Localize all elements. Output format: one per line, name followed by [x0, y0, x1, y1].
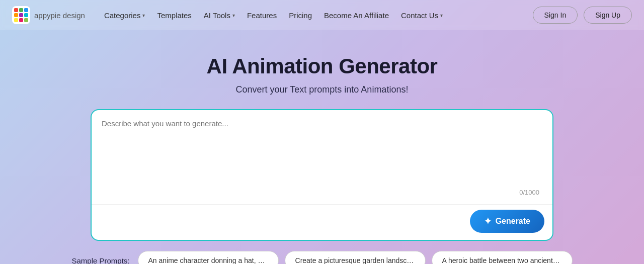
svg-rect-3	[24, 8, 28, 12]
svg-rect-8	[19, 18, 23, 22]
nav-label-templates: Templates	[157, 11, 191, 20]
sample-prompt-1[interactable]: An anime character donning a hat, wieldi…	[138, 251, 279, 264]
svg-rect-1	[14, 8, 18, 12]
nav-label-pricing: Pricing	[289, 11, 312, 20]
nav-label-categories: Categories	[104, 11, 141, 20]
nav-links: Categories ▾ Templates AI Tools ▾ Featur…	[99, 8, 448, 23]
svg-rect-5	[19, 13, 23, 17]
textarea-area: 0/1000	[92, 110, 552, 204]
navbar: appypie design Categories ▾ Templates AI…	[0, 0, 644, 30]
sparkle-icon: ✦	[484, 216, 492, 227]
chevron-down-icon: ▾	[142, 13, 145, 18]
logo-icon	[12, 6, 30, 24]
nav-right: Sign In Sign Up	[533, 7, 632, 24]
generate-label: Generate	[496, 217, 530, 226]
nav-item-features[interactable]: Features	[242, 8, 282, 23]
main-content: AI Animation Generator Convert your Text…	[0, 30, 644, 264]
nav-left: appypie design Categories ▾ Templates AI…	[12, 6, 448, 24]
chevron-down-icon-3: ▾	[440, 13, 443, 18]
card-footer: ✦ Generate	[92, 204, 552, 240]
nav-label-contact: Contact Us	[401, 11, 438, 20]
page-subtitle: Convert your Text prompts into Animation…	[236, 84, 409, 95]
signup-button[interactable]: Sign Up	[584, 7, 632, 24]
sample-prompt-2[interactable]: Create a picturesque garden landscape, w…	[285, 251, 426, 264]
generator-card: 0/1000 ✦ Generate	[91, 109, 553, 241]
sample-prompts-label: Sample Prompts:	[71, 256, 129, 265]
sample-prompt-3[interactable]: A heroic battle between two ancient knig…	[432, 251, 573, 264]
sample-prompts-section: Sample Prompts: An anime character donni…	[71, 251, 572, 264]
generate-button[interactable]: ✦ Generate	[470, 210, 544, 233]
nav-item-aitools[interactable]: AI Tools ▾	[199, 8, 240, 23]
nav-label-features: Features	[247, 11, 277, 20]
svg-rect-4	[14, 13, 18, 17]
nav-item-pricing[interactable]: Pricing	[284, 8, 317, 23]
nav-label-affiliate: Become An Affiliate	[324, 11, 389, 20]
logo-text: appypie design	[34, 11, 85, 20]
svg-rect-6	[24, 13, 28, 17]
page-title: AI Animation Generator	[207, 54, 438, 78]
svg-rect-7	[14, 18, 18, 22]
signin-button[interactable]: Sign In	[533, 7, 578, 24]
nav-label-aitools: AI Tools	[204, 11, 230, 20]
nav-item-affiliate[interactable]: Become An Affiliate	[319, 8, 394, 23]
char-count: 0/1000	[102, 187, 542, 200]
nav-item-contact[interactable]: Contact Us ▾	[396, 8, 448, 23]
nav-item-templates[interactable]: Templates	[152, 8, 196, 23]
logo[interactable]: appypie design	[12, 6, 85, 24]
prompt-input[interactable]	[102, 119, 542, 185]
nav-item-categories[interactable]: Categories ▾	[99, 8, 150, 23]
svg-rect-9	[24, 18, 28, 22]
prompt-pills: An anime character donning a hat, wieldi…	[138, 251, 573, 264]
svg-rect-2	[19, 8, 23, 12]
chevron-down-icon-2: ▾	[232, 13, 235, 18]
